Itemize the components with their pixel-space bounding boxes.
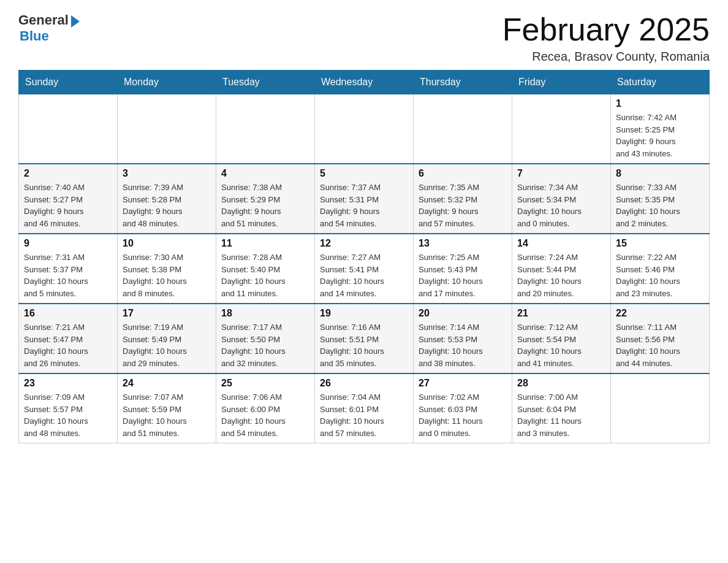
logo-general-text: General — [18, 12, 69, 28]
calendar-cell: 4Sunrise: 7:38 AM Sunset: 5:29 PM Daylig… — [216, 164, 315, 234]
calendar-cell: 3Sunrise: 7:39 AM Sunset: 5:28 PM Daylig… — [118, 164, 216, 234]
calendar-cell: 5Sunrise: 7:37 AM Sunset: 5:31 PM Daylig… — [315, 164, 414, 234]
calendar-cell — [118, 94, 216, 164]
day-number: 7 — [517, 168, 605, 179]
calendar-week-2: 2Sunrise: 7:40 AM Sunset: 5:27 PM Daylig… — [19, 164, 710, 234]
day-number: 14 — [517, 238, 605, 249]
day-info: Sunrise: 7:04 AM Sunset: 6:01 PM Dayligh… — [320, 391, 408, 439]
logo-arrow-icon — [71, 15, 80, 28]
calendar-cell — [512, 94, 611, 164]
day-info: Sunrise: 7:39 AM Sunset: 5:28 PM Dayligh… — [123, 182, 211, 229]
calendar-cell: 1Sunrise: 7:42 AM Sunset: 5:25 PM Daylig… — [611, 94, 710, 164]
day-info: Sunrise: 7:11 AM Sunset: 5:56 PM Dayligh… — [616, 321, 704, 369]
calendar-cell: 13Sunrise: 7:25 AM Sunset: 5:43 PM Dayli… — [414, 234, 512, 304]
day-number: 5 — [320, 168, 408, 179]
logo: General Blue — [18, 12, 80, 44]
calendar-cell — [19, 94, 118, 164]
header-tuesday: Tuesday — [216, 71, 315, 94]
day-info: Sunrise: 7:17 AM Sunset: 5:50 PM Dayligh… — [221, 321, 309, 369]
day-number: 22 — [616, 308, 704, 319]
day-number: 6 — [419, 168, 507, 179]
day-number: 19 — [320, 308, 408, 319]
day-number: 9 — [24, 238, 112, 249]
day-info: Sunrise: 7:02 AM Sunset: 6:03 PM Dayligh… — [419, 391, 507, 439]
calendar-week-4: 16Sunrise: 7:21 AM Sunset: 5:47 PM Dayli… — [19, 304, 710, 373]
day-info: Sunrise: 7:00 AM Sunset: 6:04 PM Dayligh… — [517, 391, 605, 439]
calendar-cell: 14Sunrise: 7:24 AM Sunset: 5:44 PM Dayli… — [512, 234, 611, 304]
day-number: 8 — [616, 168, 704, 179]
day-number: 11 — [221, 238, 309, 249]
calendar-week-1: 1Sunrise: 7:42 AM Sunset: 5:25 PM Daylig… — [19, 94, 710, 164]
day-number: 10 — [123, 238, 211, 249]
day-number: 3 — [123, 168, 211, 179]
day-info: Sunrise: 7:40 AM Sunset: 5:27 PM Dayligh… — [24, 182, 112, 229]
day-info: Sunrise: 7:27 AM Sunset: 5:41 PM Dayligh… — [320, 251, 408, 299]
day-info: Sunrise: 7:19 AM Sunset: 5:49 PM Dayligh… — [123, 321, 211, 369]
header-saturday: Saturday — [611, 71, 710, 94]
day-number: 26 — [320, 378, 408, 389]
calendar-cell: 17Sunrise: 7:19 AM Sunset: 5:49 PM Dayli… — [118, 304, 216, 373]
header-friday: Friday — [512, 71, 611, 94]
calendar-cell: 25Sunrise: 7:06 AM Sunset: 6:00 PM Dayli… — [216, 373, 315, 443]
day-info: Sunrise: 7:21 AM Sunset: 5:47 PM Dayligh… — [24, 321, 112, 369]
day-number: 1 — [616, 98, 704, 109]
day-info: Sunrise: 7:14 AM Sunset: 5:53 PM Dayligh… — [419, 321, 507, 369]
day-number: 12 — [320, 238, 408, 249]
title-block: February 2025 Recea, Brasov County, Roma… — [502, 12, 710, 64]
calendar-cell: 18Sunrise: 7:17 AM Sunset: 5:50 PM Dayli… — [216, 304, 315, 373]
day-number: 17 — [123, 308, 211, 319]
day-info: Sunrise: 7:33 AM Sunset: 5:35 PM Dayligh… — [616, 182, 704, 229]
calendar-cell: 19Sunrise: 7:16 AM Sunset: 5:51 PM Dayli… — [315, 304, 414, 373]
calendar-cell: 6Sunrise: 7:35 AM Sunset: 5:32 PM Daylig… — [414, 164, 512, 234]
day-info: Sunrise: 7:42 AM Sunset: 5:25 PM Dayligh… — [616, 112, 704, 159]
day-info: Sunrise: 7:35 AM Sunset: 5:32 PM Dayligh… — [419, 182, 507, 229]
calendar-cell: 24Sunrise: 7:07 AM Sunset: 5:59 PM Dayli… — [118, 373, 216, 443]
day-number: 2 — [24, 168, 112, 179]
calendar-cell: 10Sunrise: 7:30 AM Sunset: 5:38 PM Dayli… — [118, 234, 216, 304]
day-info: Sunrise: 7:28 AM Sunset: 5:40 PM Dayligh… — [221, 251, 309, 299]
calendar-cell: 27Sunrise: 7:02 AM Sunset: 6:03 PM Dayli… — [414, 373, 512, 443]
day-info: Sunrise: 7:31 AM Sunset: 5:37 PM Dayligh… — [24, 251, 112, 299]
day-info: Sunrise: 7:24 AM Sunset: 5:44 PM Dayligh… — [517, 251, 605, 299]
day-number: 13 — [419, 238, 507, 249]
calendar-cell: 16Sunrise: 7:21 AM Sunset: 5:47 PM Dayli… — [19, 304, 118, 373]
day-number: 24 — [123, 378, 211, 389]
day-info: Sunrise: 7:37 AM Sunset: 5:31 PM Dayligh… — [320, 182, 408, 229]
day-number: 18 — [221, 308, 309, 319]
day-number: 16 — [24, 308, 112, 319]
calendar-cell: 12Sunrise: 7:27 AM Sunset: 5:41 PM Dayli… — [315, 234, 414, 304]
calendar-cell: 2Sunrise: 7:40 AM Sunset: 5:27 PM Daylig… — [19, 164, 118, 234]
logo-blue-text: Blue — [20, 28, 49, 44]
day-number: 4 — [221, 168, 309, 179]
day-info: Sunrise: 7:16 AM Sunset: 5:51 PM Dayligh… — [320, 321, 408, 369]
day-info: Sunrise: 7:09 AM Sunset: 5:57 PM Dayligh… — [24, 391, 112, 439]
day-info: Sunrise: 7:22 AM Sunset: 5:46 PM Dayligh… — [616, 251, 704, 299]
header: General Blue February 2025 Recea, Brasov… — [18, 12, 710, 64]
day-number: 15 — [616, 238, 704, 249]
calendar-cell: 26Sunrise: 7:04 AM Sunset: 6:01 PM Dayli… — [315, 373, 414, 443]
header-thursday: Thursday — [414, 71, 512, 94]
calendar-week-5: 23Sunrise: 7:09 AM Sunset: 5:57 PM Dayli… — [19, 373, 710, 443]
day-info: Sunrise: 7:07 AM Sunset: 5:59 PM Dayligh… — [123, 391, 211, 439]
day-number: 21 — [517, 308, 605, 319]
day-info: Sunrise: 7:30 AM Sunset: 5:38 PM Dayligh… — [123, 251, 211, 299]
calendar-cell — [216, 94, 315, 164]
calendar-cell: 20Sunrise: 7:14 AM Sunset: 5:53 PM Dayli… — [414, 304, 512, 373]
calendar-cell: 21Sunrise: 7:12 AM Sunset: 5:54 PM Dayli… — [512, 304, 611, 373]
day-info: Sunrise: 7:34 AM Sunset: 5:34 PM Dayligh… — [517, 182, 605, 229]
calendar-cell: 9Sunrise: 7:31 AM Sunset: 5:37 PM Daylig… — [19, 234, 118, 304]
calendar-cell: 22Sunrise: 7:11 AM Sunset: 5:56 PM Dayli… — [611, 304, 710, 373]
calendar-cell: 7Sunrise: 7:34 AM Sunset: 5:34 PM Daylig… — [512, 164, 611, 234]
day-number: 27 — [419, 378, 507, 389]
month-title: February 2025 — [502, 12, 710, 47]
location-subtitle: Recea, Brasov County, Romania — [502, 50, 710, 64]
header-wednesday: Wednesday — [315, 71, 414, 94]
day-info: Sunrise: 7:25 AM Sunset: 5:43 PM Dayligh… — [419, 251, 507, 299]
header-monday: Monday — [118, 71, 216, 94]
calendar-table: Sunday Monday Tuesday Wednesday Thursday… — [18, 70, 710, 443]
day-number: 20 — [419, 308, 507, 319]
calendar-cell: 11Sunrise: 7:28 AM Sunset: 5:40 PM Dayli… — [216, 234, 315, 304]
calendar-cell — [315, 94, 414, 164]
calendar-week-3: 9Sunrise: 7:31 AM Sunset: 5:37 PM Daylig… — [19, 234, 710, 304]
calendar-cell — [611, 373, 710, 443]
